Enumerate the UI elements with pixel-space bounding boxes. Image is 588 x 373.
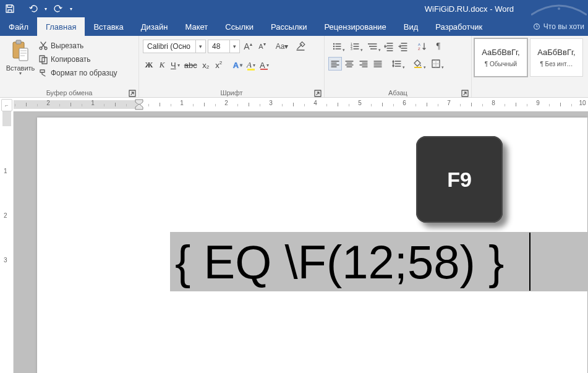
undo-dropdown[interactable]: ▾ [42,2,49,15]
tab-home[interactable]: Главная [37,17,85,36]
qat-customize[interactable]: ▾ [67,2,75,15]
font-dialog-launcher[interactable] [314,88,322,96]
justify-button[interactable] [371,57,385,71]
ruler-num: 8 [492,100,495,106]
group-label-font: Шрифт [139,89,324,96]
tell-me-search[interactable]: Что вы хоти [529,17,588,36]
underline-button[interactable]: Ч▾ [169,58,182,72]
undo-button[interactable] [26,2,41,15]
copy-button[interactable]: Копировать [37,53,119,66]
sort-button[interactable]: AZ [414,40,431,53]
highlight-button[interactable]: A▾ [245,58,257,72]
svg-rect-23 [414,67,422,68]
save-button[interactable] [2,2,17,15]
tab-selector[interactable]: ⌐ [1,99,12,111]
vruler-num: 3 [4,257,7,264]
ruler-num: 1 [180,100,184,106]
horizontal-ruler[interactable]: 211234567891011 [14,98,588,111]
tab-layout[interactable]: Макет [176,17,216,36]
svg-point-0 [558,7,560,10]
superscript-button[interactable]: x2 [213,58,225,72]
ribbon: Вставить ▾ Вырезать Копировать Формат по… [0,36,588,98]
font-name-dropdown[interactable]: ▾ [195,40,205,53]
tab-file[interactable]: Файл [0,17,37,36]
svg-point-20 [370,48,372,49]
shading-button[interactable]: ▾ [409,57,427,71]
font-name-combo[interactable]: Calibri (Осно ▾ [143,40,206,53]
text-effects-button[interactable]: A▾ [231,58,244,72]
tab-design[interactable]: Дизайн [132,17,177,36]
svg-text:Z: Z [418,47,420,51]
keycap-f9-graphic: F9 [416,136,503,223]
borders-button[interactable]: ▾ [427,57,445,71]
bullets-button[interactable]: ▾ [328,40,346,53]
vruler-num: 1 [4,168,7,174]
tell-me-label: Что вы хоти [543,22,584,31]
align-center-button[interactable] [343,57,356,71]
window-title: WiFiGiD.RU.docx - Word [425,4,514,14]
font-size-value: 48 [208,42,229,51]
style-normal-preview: АаБбВвГг, [482,48,519,57]
svg-rect-4 [19,48,28,61]
ruler-num: 2 [46,100,50,106]
document-page[interactable]: F9 { EQ \F(12;58) } [37,118,587,373]
ruler-num: 9 [536,100,540,106]
title-bar: ▾ ▾ WiFiGiD.RU.docx - Word [0,0,588,17]
ruler-num: 3 [269,100,273,106]
format-painter-button[interactable]: Формат по образцу [37,67,119,79]
ruler-num: 6 [403,100,406,106]
font-size-combo[interactable]: 48 ▾ [208,40,240,53]
ruler-row: ⌐ 211234567891011 [0,98,588,111]
subscript-button[interactable]: x2 [200,58,212,72]
font-color-button[interactable]: A▾ [258,58,271,72]
svg-rect-3 [16,40,21,44]
tab-mailings[interactable]: Рассылки [262,17,315,36]
line-spacing-button[interactable]: ▾ [388,57,406,71]
paste-button[interactable]: Вставить ▾ [4,38,37,87]
tab-review[interactable]: Рецензирование [315,17,394,36]
first-line-indent-marker[interactable] [135,99,143,110]
field-code-selection[interactable]: { EQ \F(12;58) } [170,232,588,291]
increase-indent-button[interactable] [396,40,410,53]
ruler-num: 5 [358,100,362,106]
tab-view[interactable]: Вид [395,17,427,36]
font-size-dropdown[interactable]: ▾ [229,40,239,53]
paste-dropdown-arrow[interactable]: ▾ [19,71,22,76]
redo-button[interactable] [51,2,66,15]
decrease-indent-button[interactable] [382,40,396,53]
style-normal[interactable]: АаБбВвГг, ¶ Обычный [474,38,527,77]
ribbon-tabs: Файл Главная Вставка Дизайн Макет Ссылки… [0,17,588,36]
cut-label: Вырезать [51,41,83,50]
page-area[interactable]: F9 { EQ \F(12;58) } [14,111,588,373]
multilevel-button[interactable]: ▾ [364,40,381,53]
font-name-value: Calibri (Осно [143,42,195,51]
shrink-font-button[interactable]: A▾ [256,40,268,53]
align-left-button[interactable] [328,57,342,71]
clear-formatting-button[interactable] [294,40,307,53]
align-right-button[interactable] [357,57,370,71]
svg-text:A: A [418,43,420,46]
strikethrough-button[interactable]: abc [182,58,199,72]
bold-button[interactable]: Ж [143,58,155,72]
ruler-num: 1 [91,100,95,106]
tab-insert[interactable]: Вставка [85,17,132,36]
vertical-ruler[interactable]: 123 [0,111,14,373]
style-nospace-name: ¶ Без инт… [540,61,573,67]
change-case-button[interactable]: Aa▾ [276,40,288,53]
clipboard-dialog-launcher[interactable] [129,88,136,96]
tab-developer[interactable]: Разработчик [427,17,491,36]
quick-access-toolbar: ▾ ▾ [2,2,75,15]
ruler-num: 2 [224,100,228,106]
show-marks-button[interactable]: ¶ [432,40,445,53]
decoration-arc [531,2,587,17]
tab-references[interactable]: Ссылки [216,17,262,36]
cut-button[interactable]: Вырезать [37,40,119,52]
italic-button[interactable]: К [156,58,168,72]
group-label-paragraph: Абзац [325,89,471,96]
style-nospace-preview: АаБбВвГг, [537,48,575,57]
grow-font-button[interactable]: A▴ [242,40,254,53]
paragraph-dialog-launcher[interactable] [461,88,469,96]
numbering-button[interactable]: 123▾ [346,40,364,53]
style-no-spacing[interactable]: АаБбВвГг, ¶ Без инт… [530,38,583,77]
svg-text:3: 3 [351,47,352,51]
